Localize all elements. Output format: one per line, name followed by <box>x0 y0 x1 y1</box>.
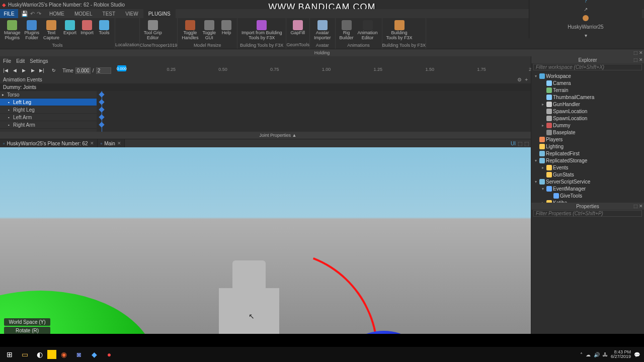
explorer-node-spawnlocation[interactable]: SpawnLocation <box>531 115 644 122</box>
explorer-node-terrain[interactable]: Terrain <box>531 86 644 94</box>
tray-expand-icon[interactable]: ˄ <box>580 352 583 357</box>
world-space-chip[interactable]: World Space (Y) <box>4 318 50 326</box>
ribbon-animation-editor[interactable]: AnimationEditor <box>356 19 380 42</box>
rotate-gizmo-red[interactable] <box>158 220 410 347</box>
start-button[interactable]: ⊞ <box>2 348 17 361</box>
explorer-node-katiba[interactable]: ▸Katiba <box>531 199 644 203</box>
anim-file-menu[interactable]: File <box>3 58 11 64</box>
ribbon-manage-plugins[interactable]: ManagePlugins <box>2 19 23 42</box>
ribbon-import-from-building-tools-by-f3x[interactable]: Import from BuildingTools by F3X <box>239 19 284 42</box>
doc-tab-close-icon[interactable]: ✕ <box>90 141 94 146</box>
anim-prev-frame-button[interactable]: ◀ <box>11 67 18 74</box>
anim-time-current[interactable] <box>75 67 91 74</box>
ribbon-toggle-gui[interactable]: ToggleGUI <box>200 19 218 42</box>
keyframe[interactable] <box>99 122 104 127</box>
ribbon-tools[interactable]: Tools <box>96 19 113 37</box>
explorer-node-camera[interactable]: Camera <box>531 79 644 86</box>
keyframe[interactable] <box>99 107 104 112</box>
anim-timeline-ruler[interactable]: 0.000 0.250.500.751.001.251.501.752 <box>115 65 529 75</box>
tray-network-icon[interactable]: 🖧 <box>603 352 608 357</box>
ribbon-avatar-importer[interactable]: AvatarImporter <box>312 19 333 42</box>
anim-play-button[interactable]: ▶ <box>20 67 27 74</box>
anim-time-end[interactable] <box>96 67 111 74</box>
anim-last-frame-button[interactable]: ▶| <box>38 67 45 74</box>
explorer-node-replicatedfirst[interactable]: ReplicatedFirst <box>531 150 644 157</box>
ribbon-building-tools-by-f3x[interactable]: BuildingTools by F3X <box>384 19 415 42</box>
explorer-filter-input[interactable] <box>533 64 642 70</box>
anim-track-lane[interactable] <box>97 91 531 132</box>
anim-joint-properties[interactable]: Joint Properties ▲ <box>0 132 531 139</box>
viewport-fullscreen-icon[interactable]: ⬚ <box>524 141 529 146</box>
keyframe[interactable] <box>99 92 104 97</box>
taskbar-bandicam-icon[interactable]: ● <box>102 348 117 361</box>
anim-track-right-arm[interactable]: •Right Arm <box>0 121 97 129</box>
ribbon-tool-grip-editor[interactable]: Tool GripEditor <box>142 19 164 42</box>
anim-edit-menu[interactable]: Edit <box>16 58 25 64</box>
explorer-undock-icon[interactable]: ⬚ <box>633 57 638 62</box>
keyframe[interactable] <box>99 114 104 120</box>
properties-filter-input[interactable] <box>533 210 642 217</box>
anim-track-left-arm[interactable]: •Left Arm <box>0 114 97 121</box>
anim-track-left-leg[interactable]: •Left Leg <box>0 99 97 106</box>
ribbon-rig-builder[interactable]: RigBuilder <box>338 19 356 42</box>
redo-icon[interactable]: ↷ <box>37 11 41 17</box>
taskbar-roblox-studio-icon[interactable]: ◆ <box>87 348 102 361</box>
explorer-node-gunstats[interactable]: GunStats <box>531 171 644 178</box>
explorer-node-eventmanager[interactable]: ▾EventManager <box>531 185 644 192</box>
doc-tab[interactable]: ▫Main✕ <box>98 139 125 147</box>
explorer-node-baseplate[interactable]: Baseplate <box>531 129 644 136</box>
holding-undock-icon[interactable]: ⬚ <box>633 50 638 55</box>
doc-tab-close-icon[interactable]: ✕ <box>117 141 121 146</box>
rotate-mode-chip[interactable]: Rotate (R) <box>4 327 50 334</box>
anim-playhead[interactable]: 0.000 <box>117 65 126 71</box>
explorer-node-thumbnailcamera[interactable]: ThumbnailCamera <box>531 94 644 101</box>
explorer-node-lighting[interactable]: Lighting <box>531 143 644 150</box>
explorer-node-events[interactable]: ▸Events <box>531 164 644 171</box>
menu-tab-test[interactable]: TEST <box>98 9 121 18</box>
ribbon-help[interactable]: Help <box>218 19 235 37</box>
tray-clock[interactable]: 8:43 PM6/27/2019 <box>611 350 631 359</box>
user-dropdown-icon[interactable]: ▾ <box>585 33 587 38</box>
taskbar-app-icon[interactable]: ◐ <box>32 348 47 361</box>
explorer-node-players[interactable]: Players <box>531 136 644 143</box>
help-icon[interactable]: ? <box>584 0 587 4</box>
explorer-node-workspace[interactable]: ▾Workspace <box>531 72 644 79</box>
explorer-node-givetools[interactable]: GiveTools <box>531 192 644 199</box>
properties-close-icon[interactable]: ✕ <box>639 204 643 209</box>
keyframe[interactable] <box>99 99 104 105</box>
taskbar-discord-icon[interactable]: ◙ <box>71 348 87 361</box>
tray-notifications-icon[interactable]: 💬 <box>634 352 640 357</box>
doc-tab[interactable]: ▫HuskyWarrior25's Place Number: 62✕ <box>0 139 98 147</box>
share-icon[interactable]: ↗ <box>584 7 588 12</box>
explorer-node-replicatedstorage[interactable]: ▾ReplicatedStorage <box>531 157 644 164</box>
viewport-back-icon[interactable]: ⬚ <box>518 141 522 146</box>
menu-tab-home[interactable]: HOME <box>44 9 69 18</box>
anim-next-frame-button[interactable]: ▶ <box>29 67 36 74</box>
file-menu[interactable]: FILE <box>0 9 18 18</box>
menu-tab-plugins[interactable]: PLUGINS <box>143 9 176 18</box>
ui-toggle-button[interactable]: UI <box>511 141 516 146</box>
taskbar-notes-icon[interactable] <box>47 350 56 359</box>
user-avatar-icon[interactable] <box>583 15 589 21</box>
tray-cloud-icon[interactable]: ☁ <box>586 352 591 357</box>
anim-track-torso[interactable]: ▸Torso <box>0 91 97 99</box>
ribbon-export[interactable]: Export <box>61 19 78 37</box>
anim-first-frame-button[interactable]: |◀ <box>2 67 9 74</box>
anim-settings-menu[interactable]: Settings <box>30 58 48 64</box>
anim-events-add-icon[interactable]: + <box>525 77 528 82</box>
ribbon-import[interactable]: Import <box>78 19 96 37</box>
ribbon-plugins-folder[interactable]: PluginsFolder <box>23 19 42 42</box>
explorer-node-dummy[interactable]: ▸Dummy <box>531 122 644 129</box>
properties-undock-icon[interactable]: ⬚ <box>633 204 638 209</box>
ribbon-toggle-handles[interactable]: ToggleHandles <box>180 19 200 42</box>
menu-tab-model[interactable]: MODEL <box>69 9 98 18</box>
explorer-tree[interactable]: ▾WorkspaceCameraTerrainThumbnailCamera▸G… <box>531 71 644 203</box>
explorer-node-serverscriptservice[interactable]: ▾ServerScriptService <box>531 178 644 185</box>
explorer-node-spawnlocation[interactable]: SpawnLocation <box>531 108 644 115</box>
taskbar-firefox-icon[interactable]: ◉ <box>56 348 71 361</box>
ribbon-text-capture[interactable]: TextCapture <box>41 19 61 42</box>
anim-track-right-leg[interactable]: •Right Leg <box>0 106 97 114</box>
viewport-3d[interactable]: ↖ World Space (Y) Rotate (R) Step: 10 (T… <box>0 147 531 347</box>
save-icon[interactable]: 💾 <box>21 11 28 17</box>
anim-events-gear-icon[interactable]: ⚙ <box>517 77 522 82</box>
